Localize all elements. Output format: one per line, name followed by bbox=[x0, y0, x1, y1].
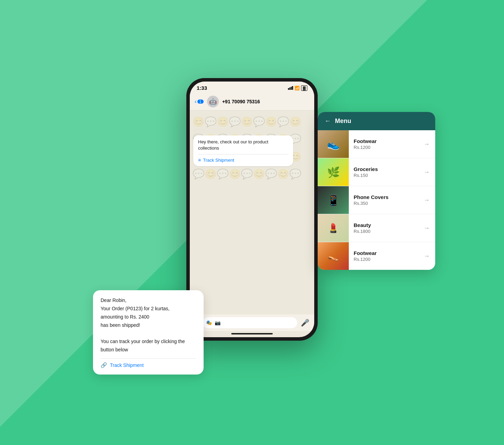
item-price: Rs.1200 bbox=[354, 145, 413, 150]
notification-badge: 1 bbox=[197, 100, 204, 104]
menu-item-info: Footwear Rs.1200 bbox=[349, 246, 418, 266]
home-indicator bbox=[231, 333, 273, 334]
chevron-left-icon: ‹ bbox=[195, 98, 197, 105]
groceries-thumbnail: 🌿 bbox=[318, 158, 349, 186]
menu-header: ← Menu bbox=[318, 112, 435, 130]
order-bubble: Dear Robin, Your Order (P0123) for 2 kur… bbox=[93, 290, 204, 375]
menu-back-icon[interactable]: ← bbox=[325, 117, 331, 125]
arrow-icon: → bbox=[418, 225, 435, 232]
item-name: Phone Covers bbox=[354, 194, 413, 200]
arrow-icon: → bbox=[418, 197, 435, 204]
menu-item[interactable]: 💄 Beauty Rs.1800 → bbox=[318, 214, 435, 242]
status-bar: 1:33 📶 ▓ bbox=[190, 82, 314, 93]
contact-name: +91 70090 75316 bbox=[222, 99, 260, 104]
promo-text: Hey there, check out our to product coll… bbox=[198, 139, 288, 151]
groceries-emoji: 🌿 bbox=[327, 166, 340, 178]
menu-item[interactable]: 🌿 Groceries Rs.150 → bbox=[318, 158, 435, 186]
beauty-thumbnail: 💄 bbox=[318, 214, 349, 242]
order-line4: has been shipped! bbox=[101, 322, 140, 328]
main-scene: 1:33 📶 ▓ ‹ 1 🤖 bbox=[96, 50, 408, 395]
order-line6: You can track your order by clicking the bbox=[101, 339, 185, 344]
menu-item-info: Beauty Rs.1800 bbox=[349, 218, 418, 238]
footwear2-thumbnail: 👡 bbox=[318, 242, 349, 270]
dear-robin: Dear Robin, bbox=[101, 297, 127, 303]
list-icon: ≡ bbox=[198, 157, 201, 163]
track-shipment-label-2: Track Shipment bbox=[110, 362, 144, 368]
arrow-icon: → bbox=[418, 169, 435, 176]
beauty-emoji: 💄 bbox=[328, 223, 339, 234]
track-shipment-link-2[interactable]: 🔗 Track Shipment bbox=[101, 358, 196, 368]
chat-input[interactable]: 🎭 📷 bbox=[203, 317, 297, 328]
item-price: Rs.150 bbox=[354, 173, 413, 178]
phone-covers-thumbnail: 📱 bbox=[318, 186, 349, 214]
wifi-icon: 📶 bbox=[295, 86, 300, 91]
menu-item-info: Phone Covers Rs.350 bbox=[349, 190, 418, 210]
avatar: 🤖 bbox=[207, 96, 219, 107]
footwear2-emoji: 👡 bbox=[328, 251, 339, 262]
status-icons: 📶 ▓ bbox=[288, 85, 307, 91]
promo-bubble: Hey there, check out our to product coll… bbox=[193, 135, 293, 166]
menu-item-info: Footwear Rs.1200 bbox=[349, 134, 418, 154]
order-message: Dear Robin, Your Order (P0123) for 2 kur… bbox=[101, 296, 196, 354]
camera-icon: 📷 bbox=[215, 320, 221, 325]
item-name: Footwear bbox=[354, 250, 413, 256]
order-line2: Your Order (P0123) for 2 kurtas, bbox=[101, 306, 169, 311]
item-price: Rs.350 bbox=[354, 201, 413, 206]
status-time: 1:33 bbox=[197, 85, 207, 91]
chat-area: 😊💬😊💬😊💬😊💬😊💬😊💬😊💬😊💬😊💬😊💬😊💬😊💬😊💬😊💬😊💬😊💬😊💬😊💬 Hey… bbox=[190, 111, 314, 314]
arrow-icon: → bbox=[418, 141, 435, 148]
item-price: Rs.1200 bbox=[354, 257, 413, 262]
chat-header: ‹ 1 🤖 +91 70090 75316 bbox=[190, 93, 314, 111]
item-name: Beauty bbox=[354, 222, 413, 228]
menu-title: Menu bbox=[335, 117, 351, 125]
item-price: Rs.1800 bbox=[354, 229, 413, 234]
back-button[interactable]: ‹ 1 bbox=[195, 98, 204, 105]
item-name: Footwear bbox=[354, 138, 413, 144]
order-line3: amounting to Rs. 2400 bbox=[101, 314, 149, 320]
phone-emoji: 📱 bbox=[327, 194, 340, 206]
sticker-icon: 🎭 bbox=[206, 320, 212, 325]
battery-icon: ▓ bbox=[301, 85, 307, 91]
order-line7: button below bbox=[101, 347, 128, 352]
phone-frame: 1:33 📶 ▓ ‹ 1 🤖 bbox=[186, 78, 318, 341]
signal-icon bbox=[288, 86, 293, 90]
external-link-icon: 🔗 bbox=[101, 362, 107, 368]
footwear-emoji: 👟 bbox=[327, 138, 340, 150]
item-name: Groceries bbox=[354, 166, 413, 172]
menu-item[interactable]: 👡 Footwear Rs.1200 → bbox=[318, 242, 435, 270]
arrow-icon: → bbox=[418, 253, 435, 260]
chat-bottom-bar: + 🎭 📷 🎤 bbox=[190, 314, 314, 331]
promo-line1: Hey there, check out our to product coll… bbox=[198, 139, 268, 151]
menu-item[interactable]: 📱 Phone Covers Rs.350 → bbox=[318, 186, 435, 214]
track-shipment-link-1[interactable]: ≡ Track Shipment bbox=[198, 154, 288, 163]
track-shipment-label-1: Track Shipment bbox=[203, 158, 234, 163]
mic-icon[interactable]: 🎤 bbox=[301, 319, 309, 327]
footwear-thumbnail: 👟 bbox=[318, 130, 349, 158]
menu-card: ← Menu 👟 Footwear Rs.1200 → 🌿 Groceries … bbox=[318, 112, 435, 270]
phone-screen: 1:33 📶 ▓ ‹ 1 🤖 bbox=[190, 82, 314, 337]
menu-item[interactable]: 👟 Footwear Rs.1200 → bbox=[318, 130, 435, 158]
menu-item-info: Groceries Rs.150 bbox=[349, 162, 418, 182]
